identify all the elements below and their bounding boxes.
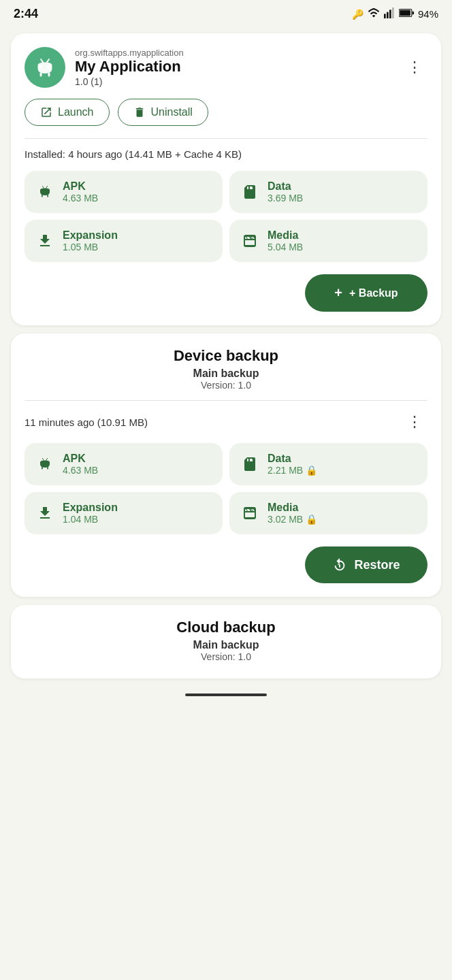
svg-rect-6 — [400, 10, 410, 16]
device-data-label: Data — [268, 453, 317, 465]
svg-rect-3 — [392, 7, 394, 18]
storage-item-media: Media 5.04 MB — [229, 220, 427, 262]
key-icon: 🔑 — [352, 9, 364, 20]
app-version: 1.0 (1) — [75, 76, 184, 87]
action-buttons: Launch Uninstall — [25, 99, 427, 126]
launch-label: Launch — [58, 106, 94, 118]
svg-rect-18 — [47, 195, 48, 197]
svg-line-26 — [46, 459, 48, 461]
expansion-label: Expansion — [63, 229, 118, 242]
data-info: Data 3.69 MB — [268, 180, 303, 203]
device-apk-info: APK 4.63 MB — [63, 453, 98, 476]
cloud-backup-card: Cloud backup Main backup Version: 1.0 — [11, 605, 441, 679]
svg-rect-2 — [389, 10, 391, 18]
android-icon — [35, 184, 54, 200]
launch-button[interactable]: Launch — [25, 99, 110, 126]
device-data-info: Data 2.21 MB 🔒 — [268, 453, 317, 476]
expansion-info: Expansion 1.05 MB — [63, 229, 118, 252]
device-media-label: Media — [268, 502, 317, 514]
sd-card-icon — [240, 184, 259, 200]
backup-time: 11 minutes ago (10.91 MB) — [25, 416, 148, 428]
svg-line-19 — [43, 186, 44, 189]
apk-label: APK — [63, 180, 98, 193]
home-indicator — [185, 693, 267, 696]
app-header: org.swiftapps.myapplication My Applicati… — [25, 47, 427, 88]
apk-size: 4.63 MB — [63, 193, 98, 203]
app-package: org.swiftapps.myapplication — [75, 48, 184, 58]
more-options-icon[interactable]: ⋮ — [402, 56, 427, 79]
svg-rect-1 — [387, 12, 389, 18]
svg-rect-9 — [40, 73, 42, 77]
backup-meta: 11 minutes ago (10.91 MB) ⋮ — [25, 410, 427, 434]
svg-point-13 — [42, 61, 43, 62]
device-storage-data: Data 2.21 MB 🔒 — [229, 443, 427, 485]
device-media-size: 3.02 MB 🔒 — [268, 514, 317, 525]
device-backup-version: Version: 1.0 — [25, 380, 427, 391]
media-size: 5.04 MB — [268, 242, 303, 252]
install-info: Installed: 4 hours ago (14.41 MB + Cache… — [25, 148, 427, 160]
status-icons: 🔑 94% — [352, 7, 438, 20]
device-backup-name: Main backup — [25, 368, 427, 380]
device-android-icon — [35, 456, 54, 472]
restore-btn-container: Restore — [25, 546, 427, 583]
device-storage-grid: APK 4.63 MB Data 2.21 MB 🔒 — [25, 443, 427, 534]
cloud-backup-title: Cloud backup — [25, 619, 427, 636]
uninstall-button[interactable]: Uninstall — [118, 99, 208, 126]
device-storage-expansion: Expansion 1.04 MB — [25, 492, 223, 534]
media-info: Media 5.04 MB — [268, 229, 303, 252]
film-icon — [240, 233, 259, 249]
restore-button[interactable]: Restore — [305, 546, 427, 583]
app-icon — [25, 47, 65, 88]
device-film-icon — [240, 505, 259, 521]
data-size: 3.69 MB — [268, 193, 303, 203]
device-sd-icon — [240, 456, 259, 472]
backup-label: + Backup — [349, 287, 398, 299]
media-label: Media — [268, 229, 303, 242]
app-card: org.swiftapps.myapplication My Applicati… — [11, 33, 441, 325]
bottom-bar — [0, 687, 452, 707]
device-apk-size: 4.63 MB — [63, 465, 98, 476]
app-storage-grid: APK 4.63 MB Data 3.69 MB — [25, 171, 427, 262]
data-label: Data — [268, 180, 303, 193]
divider — [25, 138, 427, 139]
device-expansion-size: 1.04 MB — [63, 514, 118, 525]
device-media-info: Media 3.02 MB 🔒 — [268, 502, 317, 525]
device-backup-card: Device backup Main backup Version: 1.0 1… — [11, 333, 441, 597]
svg-line-25 — [43, 459, 44, 461]
divider2 — [25, 400, 427, 401]
backup-more-options-icon[interactable]: ⋮ — [402, 410, 427, 434]
backup-button[interactable]: + + Backup — [305, 274, 427, 312]
app-name: My Application — [75, 58, 184, 76]
svg-rect-0 — [384, 14, 386, 18]
cloud-backup-version: Version: 1.0 — [25, 651, 427, 662]
app-info: org.swiftapps.myapplication My Applicati… — [75, 48, 184, 86]
storage-item-expansion: Expansion 1.05 MB — [25, 220, 223, 262]
signal-icon — [384, 7, 395, 20]
svg-rect-5 — [413, 12, 414, 15]
storage-item-data: Data 3.69 MB — [229, 171, 427, 213]
download-icon — [35, 233, 54, 249]
svg-line-20 — [46, 186, 48, 189]
status-time: 2:44 — [14, 7, 38, 21]
device-apk-label: APK — [63, 453, 98, 465]
app-header-left: org.swiftapps.myapplication My Applicati… — [25, 47, 184, 88]
device-expansion-info: Expansion 1.04 MB — [63, 502, 118, 525]
cloud-backup-name: Main backup — [25, 639, 427, 651]
storage-item-apk: APK 4.63 MB — [25, 171, 223, 213]
plus-icon: + — [334, 285, 342, 301]
device-storage-media: Media 3.02 MB 🔒 — [229, 492, 427, 534]
device-storage-apk: APK 4.63 MB — [25, 443, 223, 485]
apk-info: APK 4.63 MB — [63, 180, 98, 203]
expansion-size: 1.05 MB — [63, 242, 118, 252]
backup-btn-container: + + Backup — [25, 274, 427, 312]
device-backup-title: Device backup — [25, 347, 427, 365]
svg-rect-17 — [42, 195, 43, 197]
device-data-size: 2.21 MB 🔒 — [268, 465, 317, 476]
uninstall-label: Uninstall — [151, 106, 193, 118]
status-bar: 2:44 🔑 — [0, 0, 452, 25]
device-download-icon — [35, 505, 54, 521]
restore-label: Restore — [354, 558, 400, 572]
device-expansion-label: Expansion — [63, 502, 118, 514]
wifi-icon — [368, 7, 380, 20]
svg-rect-24 — [47, 467, 48, 470]
